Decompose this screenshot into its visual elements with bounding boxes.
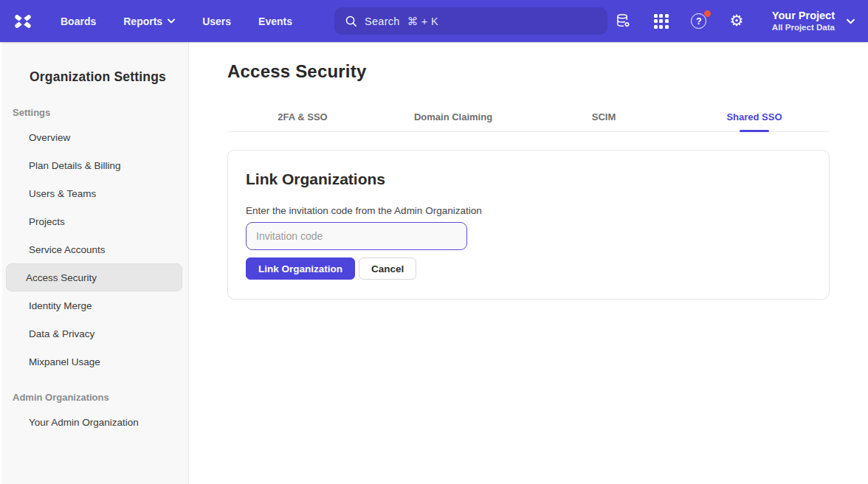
search-shortcut: ⌘ + K xyxy=(407,15,438,27)
sidebar-section-settings-label: Settings xyxy=(13,107,188,118)
chevron-down-icon xyxy=(847,18,855,24)
invitation-code-label: Enter the invitation code from the Admin… xyxy=(246,205,811,216)
sidebar-item-projects[interactable]: Projects xyxy=(6,207,182,235)
sidebar-item-plan-details-billing[interactable]: Plan Details & Billing xyxy=(6,151,182,179)
card-actions: Link Organization Cancel xyxy=(246,257,811,280)
page-title: Access Security xyxy=(227,61,830,82)
gear-icon: ⚙ xyxy=(729,13,743,29)
link-organizations-card: Link Organizations Enter the invitation … xyxy=(227,150,830,300)
top-nav-bar: Boards Reports Users Events Search ⌘ + K xyxy=(0,0,868,42)
chevron-down-icon xyxy=(168,18,175,24)
tab-scim[interactable]: SCIM xyxy=(528,102,679,131)
nav-item-boards[interactable]: Boards xyxy=(61,15,96,27)
mixpanel-logo-icon[interactable] xyxy=(12,10,34,32)
project-text: Your Project All Project Data xyxy=(772,9,835,34)
sidebar-title: Organization Settings xyxy=(30,69,188,85)
nav-item-label: Boards xyxy=(61,15,96,27)
nav-item-reports[interactable]: Reports xyxy=(123,15,175,27)
search-input[interactable]: Search ⌘ + K xyxy=(334,7,607,35)
sidebar-item-users-teams[interactable]: Users & Teams xyxy=(6,179,182,207)
settings-sidebar: Organization Settings Settings Overview … xyxy=(0,42,189,484)
primary-nav: Boards Reports Users Events xyxy=(61,15,292,27)
tab-shared-sso[interactable]: Shared SSO xyxy=(679,102,830,131)
settings-button[interactable]: ⚙ xyxy=(728,13,745,30)
search-placeholder: Search xyxy=(365,15,400,27)
sidebar-item-mixpanel-usage[interactable]: Mixpanel Usage xyxy=(6,348,182,376)
nav-item-label: Events xyxy=(258,15,292,27)
link-organization-button[interactable]: Link Organization xyxy=(246,257,355,280)
notification-dot xyxy=(704,10,711,17)
sidebar-item-data-privacy[interactable]: Data & Privacy xyxy=(6,319,182,348)
sidebar-item-service-accounts[interactable]: Service Accounts xyxy=(6,235,182,263)
apps-grid-button[interactable] xyxy=(652,13,670,30)
help-button[interactable]: ? xyxy=(690,13,708,30)
apps-grid-icon xyxy=(654,14,669,29)
invitation-code-input[interactable] xyxy=(246,222,467,250)
project-switcher[interactable]: Your Project All Project Data xyxy=(772,9,855,34)
search-icon xyxy=(345,15,357,27)
sidebar-item-your-admin-organization[interactable]: Your Admin Organization xyxy=(6,408,182,436)
nav-item-events[interactable]: Events xyxy=(258,15,292,27)
main-content: Access Security 2FA & SSO Domain Claimin… xyxy=(189,42,868,484)
nav-item-label: Reports xyxy=(123,15,162,27)
sidebar-item-overview[interactable]: Overview xyxy=(6,123,182,151)
sidebar-item-access-security[interactable]: Access Security xyxy=(6,263,182,291)
tab-domain-claiming[interactable]: Domain Claiming xyxy=(378,102,528,131)
sidebar-section-admin-orgs-label: Admin Organizations xyxy=(13,392,188,403)
access-security-tabs: 2FA & SSO Domain Claiming SCIM Shared SS… xyxy=(227,102,830,132)
nav-item-users[interactable]: Users xyxy=(202,15,231,27)
sidebar-item-identity-merge[interactable]: Identity Merge xyxy=(6,291,182,319)
data-management-button[interactable] xyxy=(615,13,633,30)
tab-2fa-sso[interactable]: 2FA & SSO xyxy=(227,102,378,131)
project-name: Your Project xyxy=(772,9,835,23)
top-nav-actions: ? ⚙ Your Project All Project Data xyxy=(615,9,855,34)
project-scope: All Project Data xyxy=(772,22,835,33)
card-title: Link Organizations xyxy=(246,170,811,188)
database-gear-icon xyxy=(615,13,632,30)
cancel-button[interactable]: Cancel xyxy=(359,257,416,280)
nav-item-label: Users xyxy=(202,15,231,27)
